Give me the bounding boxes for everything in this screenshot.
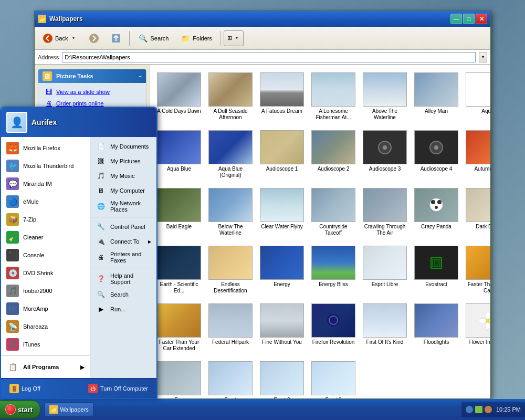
slideshow-icon: 🎞 — [45, 88, 53, 96]
sm-right-item-run[interactable]: ▶ Run... — [90, 302, 156, 317]
file-item[interactable]: A Dull Seaside Afternoon — [206, 69, 255, 124]
thumb-inner — [312, 304, 355, 337]
start-button[interactable]: start — [0, 400, 40, 419]
file-item[interactable]: Audioscope 4 — [412, 127, 461, 182]
file-item[interactable]: Countryside Takeoff — [309, 184, 358, 240]
file-item[interactable]: A Cold Days Dawn — [154, 69, 204, 124]
thumb-inner — [260, 304, 303, 337]
my-music-icon: 🎵 — [96, 171, 106, 181]
file-item[interactable]: Energy — [257, 242, 307, 298]
file-item[interactable]: Faster Than Your Car Extended — [154, 300, 204, 355]
file-name: A Cold Days Dawn — [157, 108, 201, 114]
file-thumbnail — [157, 361, 201, 395]
sm-right-item-my-network[interactable]: 🌐 My Network Places — [90, 198, 156, 215]
views-icon: ⊞ — [227, 35, 232, 41]
file-item[interactable]: Above The Waterline — [360, 69, 410, 124]
taskbar-wallpapers-icon: 📁 — [49, 405, 58, 414]
address-input[interactable] — [62, 52, 476, 62]
file-item[interactable]: A Fatuous Dream — [257, 69, 307, 124]
picture-tasks-collapse[interactable]: − — [139, 74, 142, 79]
sm-right-item-my-pictures[interactable]: 🖼 My Pictures — [90, 154, 156, 169]
file-item[interactable]: Esprit Libre — [360, 242, 410, 298]
minimize-button[interactable]: — — [450, 14, 462, 24]
file-item[interactable]: Below The Waterline — [206, 184, 255, 240]
sm-right-item-my-music[interactable]: 🎵 My Music — [90, 169, 156, 183]
sm-right-item-printers-faxes[interactable]: 🖨 Printers and Faxes — [90, 249, 156, 266]
sm-item-firefox[interactable]: 🦊 Mozilla Firefox — [1, 139, 90, 157]
sm-item-dvdshrink[interactable]: 💿 DVD Shrink — [1, 264, 90, 282]
sidebar-item-slideshow[interactable]: 🎞 View as a slide show — [43, 86, 142, 98]
file-item[interactable]: Evostract — [412, 242, 461, 298]
sm-item-thunderbird[interactable]: 🐦 Mozilla Thunderbird — [1, 157, 90, 175]
views-button[interactable]: ⊞ ▾ — [224, 30, 244, 46]
file-item[interactable]: Fine Without You — [257, 300, 307, 355]
up-button[interactable] — [106, 29, 126, 48]
close-button[interactable]: ✕ — [476, 14, 487, 24]
file-item[interactable]: First Of It's Kind — [360, 300, 410, 355]
file-item[interactable]: Earth - Scientific Ed... — [154, 242, 204, 298]
file-item[interactable]: Frost — [206, 358, 255, 398]
file-name: Frost — [225, 397, 237, 398]
file-item[interactable]: Audioscope 2 — [309, 127, 358, 182]
file-item[interactable]: Bald Eagle — [154, 184, 204, 240]
sm-item-moreamp[interactable]: 🎼 MoreAmp — [1, 300, 90, 318]
file-item[interactable]: Floodlights — [412, 300, 461, 355]
sm-right-item-connect-to[interactable]: 🔌 Connect To ▶ — [90, 234, 156, 249]
sm-item-miranda[interactable]: 💬 Miranda IM — [1, 175, 90, 193]
file-item[interactable]: Flower In Spring — [463, 300, 490, 355]
file-item[interactable]: Faster Than Your Car — [463, 242, 490, 298]
sm-right-item-my-documents[interactable]: 📄 My Documents — [90, 139, 156, 154]
views-dropdown-icon[interactable]: ▾ — [233, 35, 240, 42]
sm-item-shareaza[interactable]: 📡 Shareaza — [1, 318, 90, 335]
file-item[interactable]: Alley Man — [412, 69, 461, 124]
file-thumbnail — [311, 303, 355, 338]
sm-right-item-control-panel[interactable]: 🔧 Control Panel — [90, 219, 156, 234]
sm-item-cleaner[interactable]: 🧹 Cleaner — [1, 228, 90, 246]
file-item[interactable]: Dark Door — [463, 184, 490, 240]
file-item[interactable]: Aqua Blue — [154, 127, 204, 182]
file-item[interactable]: A Lonesome Fisherman At... — [309, 69, 358, 124]
taskbar-item-wallpapers[interactable]: 📁 Wallpapers — [45, 402, 93, 417]
logoff-button[interactable]: 🚪 Log Off — [6, 382, 44, 395]
search-button[interactable]: 🔍 Search — [133, 29, 173, 48]
sm-item-foobar[interactable]: 🎵 foobar2000 — [1, 282, 90, 300]
sm-item-itunes[interactable]: 🎵 iTunes — [1, 335, 90, 353]
file-item[interactable]: Audioscope 3 — [360, 127, 410, 182]
file-item[interactable]: Aqua Blue (Original) — [206, 127, 255, 182]
sm-right-item-search[interactable]: 🔍 Search — [90, 287, 156, 302]
file-item[interactable]: Autumn CS — [463, 127, 490, 182]
file-item[interactable]: Crazy Panda — [412, 184, 461, 240]
maximize-button[interactable]: □ — [463, 14, 475, 24]
file-item[interactable]: Federal Hillpark — [206, 300, 255, 355]
file-name: Clear Water Flyby — [261, 224, 303, 230]
file-item[interactable]: Crawling Through The Air — [360, 184, 410, 240]
file-item[interactable]: Firefox Revolution — [309, 300, 358, 355]
file-item[interactable]: Clear Water Flyby — [257, 184, 307, 240]
file-item[interactable]: Audioscope 1 — [257, 127, 307, 182]
sm-item-all-programs[interactable]: 📋 All Programs ▶ — [1, 358, 90, 376]
start-menu-divider — [1, 355, 90, 356]
file-item[interactable]: Frost 2 — [257, 358, 307, 398]
file-name: First Of It's Kind — [366, 339, 404, 345]
file-grid-container[interactable]: A Cold Days DawnA Dull Seaside Afternoon… — [150, 65, 490, 398]
file-thumbnail — [311, 130, 355, 164]
folders-button[interactable]: 📁 Folders — [175, 29, 217, 48]
file-item[interactable]: Fog — [154, 358, 204, 398]
file-item[interactable]: Energy Bliss — [309, 242, 358, 298]
back-dropdown-icon[interactable]: ▾ — [70, 35, 77, 42]
sm-right-item-my-computer[interactable]: 🖥 My Computer — [90, 183, 156, 198]
dvdshrink-icon: 💿 — [6, 267, 19, 279]
back-button[interactable]: Back ▾ — [38, 29, 82, 48]
thumb-inner — [260, 246, 303, 279]
file-item[interactable]: Aqua — [463, 69, 490, 124]
turnoff-button[interactable]: ⏻ Turn Off Computer — [85, 382, 151, 395]
sm-item-console[interactable]: ⬛ Console — [1, 246, 90, 264]
sm-item-7zip[interactable]: 📦 7-Zip — [1, 211, 90, 228]
sm-item-emule[interactable]: 🔵 eMule — [1, 193, 90, 211]
file-item[interactable]: Endless Desertification — [206, 242, 255, 298]
address-scroll-button[interactable]: ▾ — [479, 52, 487, 62]
sm-right-item-help-support[interactable]: ❓ Help and Support — [90, 270, 156, 287]
file-item[interactable]: Frost 3 — [309, 358, 358, 398]
picture-tasks-header[interactable]: 🖼 Picture Tasks − — [38, 69, 146, 83]
forward-button[interactable] — [84, 29, 104, 48]
